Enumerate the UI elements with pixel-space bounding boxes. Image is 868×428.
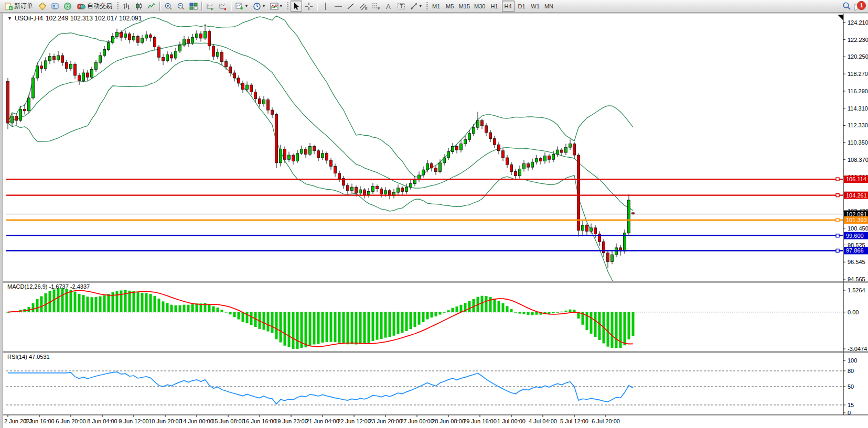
new-order-icon [4, 2, 13, 10]
svg-text:99.600: 99.600 [846, 233, 864, 239]
horizontal-line-button[interactable] [333, 1, 344, 12]
bar-chart-icon [122, 2, 131, 10]
auto-scroll-button[interactable] [205, 1, 216, 12]
toolbar-separator [317, 2, 318, 11]
strategy-tester-icon [63, 2, 72, 10]
tile-windows-button[interactable] [188, 1, 199, 12]
svg-text:124.210: 124.210 [848, 19, 868, 26]
arrows-button[interactable]: ▼ [408, 1, 424, 12]
zoom-in-icon [164, 2, 173, 10]
svg-text:8 Jun 04:00: 8 Jun 04:00 [87, 418, 117, 424]
strategy-tester-button[interactable] [62, 1, 73, 12]
vertical-line-button[interactable] [320, 1, 331, 12]
trendline-button[interactable] [345, 1, 357, 12]
notifications-button[interactable]: 1 [853, 1, 867, 12]
svg-text:21 Jun 04:00: 21 Jun 04:00 [306, 418, 339, 424]
zoom-in-button[interactable] [163, 1, 174, 12]
svg-text:23 Jun 20:00: 23 Jun 20:00 [369, 418, 402, 424]
svg-text:100: 100 [848, 357, 857, 364]
svg-text:3 Jun 16:00: 3 Jun 16:00 [24, 418, 55, 424]
toolbar-grip [426, 2, 428, 11]
timeframe-d1[interactable]: D1 [516, 1, 528, 12]
search-button[interactable] [841, 1, 853, 12]
timeframe-h4[interactable]: H4 [502, 1, 515, 12]
zoom-out-button[interactable] [175, 1, 187, 12]
toolbar-separator [201, 2, 202, 11]
toolbar-separator [159, 2, 160, 11]
chevron-down-icon: ▼ [279, 4, 283, 8]
line-chart-icon [147, 2, 156, 10]
svg-text:50: 50 [848, 383, 854, 390]
line-chart-button[interactable] [146, 1, 157, 12]
text-button[interactable]: A [383, 1, 394, 12]
chevron-down-icon: ▼ [262, 4, 266, 8]
svg-text:19 Jun 23:00: 19 Jun 23:00 [274, 418, 308, 424]
svg-text:100.450: 100.450 [848, 225, 868, 232]
svg-text:15: 15 [848, 402, 854, 408]
crosshair-icon [305, 2, 313, 10]
svg-text:114.310: 114.310 [848, 105, 868, 112]
fibonacci-icon: F [372, 2, 380, 10]
chart-shift-button[interactable] [217, 1, 229, 12]
svg-text:6 Jun 20:00: 6 Jun 20:00 [56, 418, 86, 424]
templates-icon [270, 2, 278, 10]
cursor-icon [292, 2, 301, 10]
timeframe-h1[interactable]: H1 [488, 1, 501, 12]
arrows-icon [410, 2, 418, 10]
text-icon: A [384, 2, 393, 10]
svg-text:101.393: 101.393 [846, 217, 867, 223]
svg-text:9 Jun 12:00: 9 Jun 12:00 [119, 418, 149, 424]
svg-text:97.866: 97.866 [846, 247, 864, 254]
svg-text:120.250: 120.250 [848, 53, 868, 60]
svg-text:80: 80 [848, 368, 854, 374]
templates-button[interactable]: ▼ [269, 1, 285, 12]
timeframe-mn[interactable]: MN [543, 1, 555, 12]
tile-windows-icon [189, 2, 198, 10]
terminal-button[interactable] [49, 1, 61, 12]
svg-text:1 Jul 00:00: 1 Jul 00:00 [497, 418, 526, 424]
timeframe-m30[interactable]: M30 [473, 1, 487, 12]
crosshair-button[interactable] [303, 1, 315, 12]
svg-text:110.350: 110.350 [848, 139, 868, 146]
new-chart-icon [235, 2, 244, 10]
svg-text:0.00: 0.00 [848, 309, 859, 315]
cursor-button[interactable] [291, 1, 302, 12]
new-chart-button[interactable]: ▼ [234, 1, 250, 12]
svg-text:4 Jul 04:00: 4 Jul 04:00 [529, 418, 557, 424]
svg-text:5 Jul 12:00: 5 Jul 12:00 [560, 418, 588, 424]
candlestick-chart-button[interactable] [133, 1, 145, 12]
svg-text:29 Jun 16:00: 29 Jun 16:00 [463, 418, 497, 424]
text-label-button[interactable]: T [395, 1, 407, 12]
chart-periods-button[interactable]: ▼ [251, 1, 267, 12]
svg-text:10 Jun 20:00: 10 Jun 20:00 [148, 418, 182, 424]
new-order-button[interactable]: 新订单 [2, 1, 36, 12]
chart-window: ▼ USOil-,H4 102.249 102.313 102.017 102.… [0, 13, 868, 428]
svg-text:118.270: 118.270 [848, 71, 868, 77]
svg-text:112.330: 112.330 [848, 122, 868, 128]
timeframe-m15[interactable]: M15 [457, 1, 471, 12]
svg-text:E: E [365, 7, 368, 10]
svg-text:108.370: 108.370 [848, 157, 868, 163]
toolbar-grip [287, 2, 288, 11]
fibonacci-button[interactable]: F [370, 1, 382, 12]
price-chart[interactable]: 124.210122.230120.250118.270116.290114.3… [3, 13, 868, 428]
bar-chart-button[interactable] [121, 1, 132, 12]
svg-text:16 Jun 16:00: 16 Jun 16:00 [243, 418, 276, 424]
charts-profile-button[interactable] [37, 1, 48, 12]
rsi-panel [6, 371, 843, 405]
chevron-down-icon: ▼ [419, 4, 423, 8]
auto-trading-label: 自动交易 [87, 2, 112, 10]
chevron-down-icon: ▼ [244, 4, 249, 8]
vertical-line-icon [322, 2, 330, 10]
timeframe-m1[interactable]: M1 [430, 1, 443, 12]
horizontal-line-icon [334, 2, 342, 10]
timeframe-m5[interactable]: M5 [444, 1, 456, 12]
svg-text:T: T [400, 3, 403, 9]
trendline-icon [347, 2, 355, 10]
timeframe-w1[interactable]: W1 [529, 1, 542, 12]
equidistant-channel-button[interactable]: E [358, 1, 369, 12]
macd-panel [6, 288, 843, 349]
toolbar-grip [117, 2, 119, 11]
svg-text:102.091: 102.091 [846, 211, 867, 217]
auto-trading-button[interactable]: 自动交易 [74, 1, 115, 12]
